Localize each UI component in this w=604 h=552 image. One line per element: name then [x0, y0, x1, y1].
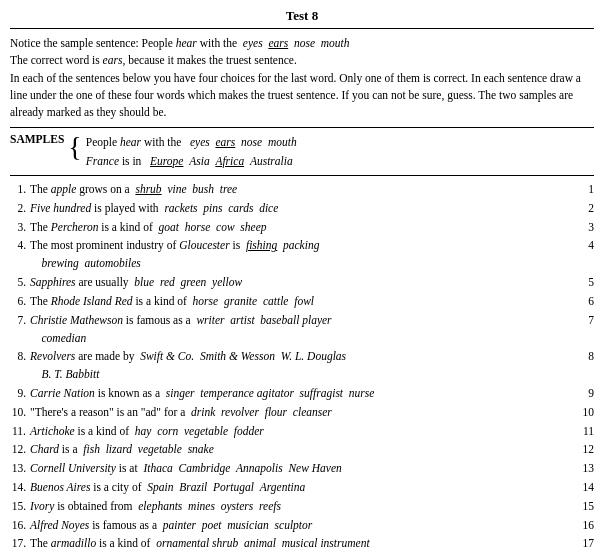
- table-row: 6. The Rhode Island Red is a kind of hor…: [10, 293, 594, 311]
- question-number: 10.: [10, 404, 26, 422]
- sample-1: People hear with the eyes ears nose mout…: [86, 133, 297, 151]
- question-content: Ivory is obtained from elephants mines o…: [30, 498, 574, 516]
- question-content: Carrie Nation is known as a singer tempe…: [30, 385, 574, 403]
- title: Test 8: [10, 8, 594, 29]
- brace-symbol: {: [68, 133, 81, 161]
- table-row: 5. Sapphires are usually blue red green …: [10, 274, 594, 292]
- answer-number: 5: [578, 274, 594, 292]
- question-content: The Percheron is a kind of goat horse co…: [30, 219, 574, 237]
- table-row: 7. Christie Mathewson is famous as a wri…: [10, 312, 594, 348]
- answer-number: 16: [578, 517, 594, 535]
- question-number: 7.: [10, 312, 26, 330]
- answer-number: 6: [578, 293, 594, 311]
- table-row: 15. Ivory is obtained from elephants min…: [10, 498, 594, 516]
- question-number: 3.: [10, 219, 26, 237]
- questions-divider: [10, 175, 594, 176]
- question-number: 1.: [10, 181, 26, 199]
- answer-number: 15: [578, 498, 594, 516]
- table-row: 9. Carrie Nation is known as a singer te…: [10, 385, 594, 403]
- samples-section: SAMPLES { People hear with the eyes ears…: [10, 133, 594, 170]
- question-content: Buenos Aires is a city of Spain Brazil P…: [30, 479, 574, 497]
- answer-number: 14: [578, 479, 594, 497]
- question-number: 4.: [10, 237, 26, 255]
- question-number: 16.: [10, 517, 26, 535]
- table-row: 8. Revolvers are made by Swift & Co. Smi…: [10, 348, 594, 384]
- question-number: 12.: [10, 441, 26, 459]
- table-row: 13. Cornell University is at Ithaca Camb…: [10, 460, 594, 478]
- table-row: 12. Chard is a fish lizard vegetable sna…: [10, 441, 594, 459]
- answer-number: 9: [578, 385, 594, 403]
- samples-label: SAMPLES: [10, 133, 64, 145]
- question-number: 2.: [10, 200, 26, 218]
- question-content: Sapphires are usually blue red green yel…: [30, 274, 574, 292]
- question-number: 6.: [10, 293, 26, 311]
- answer-number: 1: [578, 181, 594, 199]
- question-number: 8.: [10, 348, 26, 366]
- question-content: The apple grows on a shrub vine bush tre…: [30, 181, 574, 199]
- table-row: 1. The apple grows on a shrub vine bush …: [10, 181, 594, 199]
- question-content: Christie Mathewson is famous as a writer…: [30, 312, 574, 348]
- question-content: Revolvers are made by Swift & Co. Smith …: [30, 348, 574, 384]
- table-row: 3. The Percheron is a kind of goat horse…: [10, 219, 594, 237]
- table-row: 16. Alfred Noyes is famous as a painter …: [10, 517, 594, 535]
- question-content: Cornell University is at Ithaca Cambridg…: [30, 460, 574, 478]
- sample-lines: People hear with the eyes ears nose mout…: [86, 133, 297, 170]
- sample-2: France is in Europe Asia Africa Australi…: [86, 152, 297, 170]
- answer-number: 4: [578, 237, 594, 255]
- question-number: 9.: [10, 385, 26, 403]
- section-divider: [10, 127, 594, 128]
- question-number: 17.: [10, 535, 26, 552]
- answer-number: 17: [578, 535, 594, 552]
- table-row: 11. Artichoke is a kind of hay corn vege…: [10, 423, 594, 441]
- table-row: 14. Buenos Aires is a city of Spain Braz…: [10, 479, 594, 497]
- question-number: 11.: [10, 423, 26, 441]
- question-content: The armadillo is a kind of ornamental sh…: [30, 535, 574, 552]
- question-content: Artichoke is a kind of hay corn vegetabl…: [30, 423, 574, 441]
- table-row: 17. The armadillo is a kind of ornamenta…: [10, 535, 594, 552]
- answer-number: 13: [578, 460, 594, 478]
- instructions: Notice the sample sentence: People hear …: [10, 35, 594, 121]
- questions-section: 1. The apple grows on a shrub vine bush …: [10, 181, 594, 552]
- answer-number: 8: [578, 348, 594, 366]
- question-content: The most prominent industry of Glouceste…: [30, 237, 574, 273]
- question-content: "There's a reason" is an "ad" for a drin…: [30, 404, 574, 422]
- table-row: 4. The most prominent industry of Glouce…: [10, 237, 594, 273]
- question-content: Five hundred is played with rackets pins…: [30, 200, 574, 218]
- question-number: 14.: [10, 479, 26, 497]
- table-row: 10. "There's a reason" is an "ad" for a …: [10, 404, 594, 422]
- question-content: Chard is a fish lizard vegetable snake: [30, 441, 574, 459]
- question-number: 5.: [10, 274, 26, 292]
- answer-number: 2: [578, 200, 594, 218]
- question-content: Alfred Noyes is famous as a painter poet…: [30, 517, 574, 535]
- answer-number: 10: [578, 404, 594, 422]
- question-content: The Rhode Island Red is a kind of horse …: [30, 293, 574, 311]
- answer-number: 3: [578, 219, 594, 237]
- answer-number: 7: [578, 312, 594, 330]
- question-number: 15.: [10, 498, 26, 516]
- answer-number: 12: [578, 441, 594, 459]
- table-row: 2. Five hundred is played with rackets p…: [10, 200, 594, 218]
- question-number: 13.: [10, 460, 26, 478]
- answer-number: 11: [578, 423, 594, 441]
